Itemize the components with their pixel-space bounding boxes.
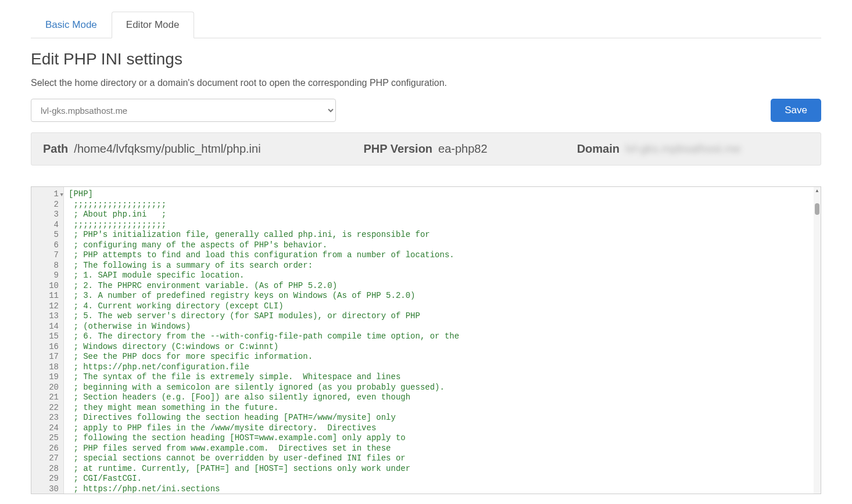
line-number: 19 xyxy=(38,372,59,383)
code-line[interactable]: ; 6. The directory from the --with-confi… xyxy=(69,332,816,342)
line-number: 28 xyxy=(38,464,59,474)
line-number: 14 xyxy=(38,322,59,332)
code-line[interactable]: ; 2. The PHPRC environment variable. (As… xyxy=(69,281,816,291)
line-number: 29 xyxy=(38,474,59,484)
line-number: 20 xyxy=(38,383,59,393)
code-line[interactable]: ; The following is a summary of its sear… xyxy=(69,261,816,271)
line-number: 1▼ xyxy=(38,189,59,200)
line-number: 24 xyxy=(38,423,59,434)
line-number: 23 xyxy=(38,413,59,423)
tab-editor-mode[interactable]: Editor Mode xyxy=(112,12,194,38)
line-number: 6 xyxy=(38,240,59,251)
code-line[interactable]: ; Section headers (e.g. [Foo]) are also … xyxy=(69,393,816,403)
info-domain-value: lvl-gks.mpbsathost.me xyxy=(625,142,741,156)
info-version-label: PHP Version xyxy=(363,142,432,156)
code-editor[interactable]: 1▼23456789101112131415161718192021222324… xyxy=(31,186,821,494)
line-number: 16 xyxy=(38,342,59,352)
code-line[interactable]: ; PHP files served from www.example.com.… xyxy=(69,444,816,454)
line-number: 25 xyxy=(38,433,59,444)
info-domain-label: Domain xyxy=(577,142,620,156)
line-number: 17 xyxy=(38,352,59,362)
line-number: 9 xyxy=(38,271,59,281)
code-line[interactable]: ; beginning with a semicolon are silentl… xyxy=(69,383,816,393)
line-number: 13 xyxy=(38,311,59,322)
info-path-value: /home4/lvfqksmy/public_html/php.ini xyxy=(74,142,260,156)
mode-tabs: Basic Mode Editor Mode xyxy=(31,12,821,38)
line-number: 27 xyxy=(38,453,59,464)
code-line[interactable]: ;;;;;;;;;;;;;;;;;;; xyxy=(69,200,816,210)
tab-basic-mode[interactable]: Basic Mode xyxy=(31,12,112,38)
editor-scrollbar[interactable]: ▲ xyxy=(814,187,821,494)
line-number: 11 xyxy=(38,291,59,301)
code-line[interactable]: ; https://php.net/ini.sections xyxy=(69,484,816,494)
toolbar: lvl-gks.mpbsathost.me Save xyxy=(31,99,821,122)
line-number: 12 xyxy=(38,301,59,312)
code-line[interactable]: ; https://php.net/configuration.file xyxy=(69,362,816,373)
page-title: Edit PHP INI settings xyxy=(31,50,821,69)
line-number: 3 xyxy=(38,210,59,220)
line-number: 4 xyxy=(38,220,59,231)
code-line[interactable]: ; Windows directory (C:windows or C:winn… xyxy=(69,342,816,352)
code-line[interactable]: ;;;;;;;;;;;;;;;;;;; xyxy=(69,220,816,231)
line-number-gutter: 1▼23456789101112131415161718192021222324… xyxy=(31,187,64,494)
code-line[interactable]: ; (otherwise in Windows) xyxy=(69,322,816,332)
scroll-thumb[interactable] xyxy=(815,203,819,215)
code-line[interactable]: ; special sections cannot be overridden … xyxy=(69,453,816,464)
code-line[interactable]: ; configuring many of the aspects of PHP… xyxy=(69,240,816,251)
line-number: 5 xyxy=(38,230,59,240)
line-number: 30 xyxy=(38,484,59,495)
line-number: 26 xyxy=(38,444,59,454)
save-button[interactable]: Save xyxy=(771,99,821,122)
code-line[interactable]: ; PHP attempts to find and load this con… xyxy=(69,250,816,261)
code-line[interactable]: ; at runtime. Currently, [PATH=] and [HO… xyxy=(69,464,816,474)
code-line[interactable]: ; CGI/FastCGI. xyxy=(69,474,816,484)
info-bar: Path /home4/lvfqksmy/public_html/php.ini… xyxy=(31,132,821,165)
code-line[interactable]: ; See the PHP docs for more specific inf… xyxy=(69,352,816,362)
info-version: PHP Version ea-php82 xyxy=(363,142,542,156)
line-number: 15 xyxy=(38,332,59,342)
domain-select-wrapper: lvl-gks.mpbsathost.me xyxy=(31,99,336,122)
code-line[interactable]: ; 5. The web server's directory (for SAP… xyxy=(69,311,816,322)
line-number: 10 xyxy=(38,281,59,291)
domain-select[interactable]: lvl-gks.mpbsathost.me xyxy=(31,99,336,122)
page-subtitle: Select the home directory or a domain's … xyxy=(31,78,821,88)
code-line[interactable]: ; they might mean something in the futur… xyxy=(69,403,816,413)
line-number: 22 xyxy=(38,403,59,413)
line-number: 7 xyxy=(38,250,59,261)
code-line[interactable]: ; 1. SAPI module specific location. xyxy=(69,271,816,281)
code-line[interactable]: ; Directives following the section headi… xyxy=(69,413,816,423)
code-line[interactable]: ; apply to PHP files in the /www/mysite … xyxy=(69,423,816,434)
code-line[interactable]: ; 4. Current working directory (except C… xyxy=(69,301,816,312)
info-version-value: ea-php82 xyxy=(438,142,488,156)
scroll-up-arrow-icon[interactable]: ▲ xyxy=(814,187,821,194)
code-line[interactable]: ; The syntax of the file is extremely si… xyxy=(69,372,816,383)
code-line[interactable]: ; About php.ini ; xyxy=(69,210,816,220)
line-number: 21 xyxy=(38,393,59,403)
line-number: 2 xyxy=(38,200,59,210)
info-path-label: Path xyxy=(43,142,68,156)
fold-marker-icon[interactable]: ▼ xyxy=(60,190,63,201)
code-line[interactable]: ; following the section heading [HOST=ww… xyxy=(69,433,816,444)
line-number: 18 xyxy=(38,362,59,373)
code-line[interactable]: [PHP] xyxy=(69,189,816,200)
main-container: Basic Mode Editor Mode Edit PHP INI sett… xyxy=(19,12,833,494)
info-domain: Domain lvl-gks.mpbsathost.me xyxy=(577,142,809,156)
code-line[interactable]: ; PHP's initialization file, generally c… xyxy=(69,230,816,240)
info-path: Path /home4/lvfqksmy/public_html/php.ini xyxy=(43,142,328,156)
line-number: 8 xyxy=(38,261,59,271)
code-line[interactable]: ; 3. A number of predefined registry key… xyxy=(69,291,816,301)
code-content[interactable]: [PHP] ;;;;;;;;;;;;;;;;;;; ; About php.in… xyxy=(64,187,821,494)
